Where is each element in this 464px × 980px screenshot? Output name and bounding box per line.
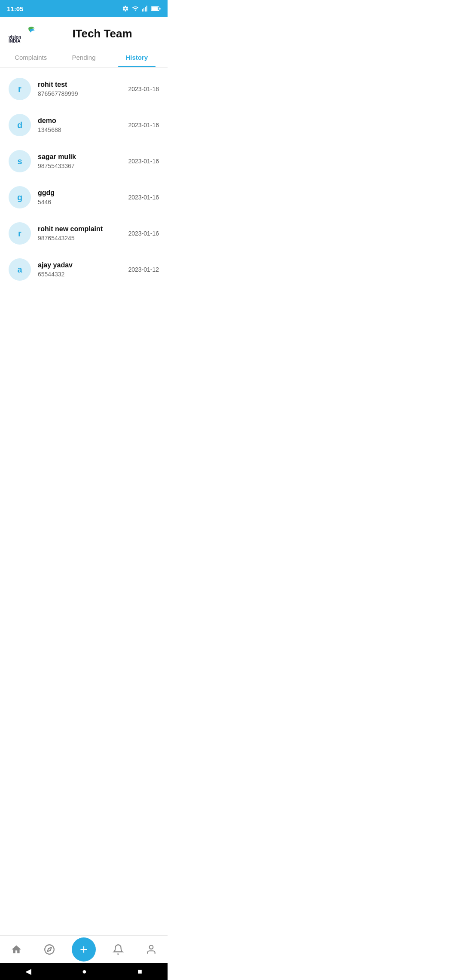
- avatar: s: [9, 150, 31, 172]
- header: vision INDIA ITech Team: [0, 17, 168, 48]
- item-info: demo 1345688: [38, 117, 121, 133]
- avatar: g: [9, 186, 31, 208]
- avatar: r: [9, 78, 31, 100]
- tab-history[interactable]: History: [110, 48, 163, 67]
- vision-india-logo: vision INDIA: [9, 24, 39, 43]
- item-name: rohit test: [38, 81, 121, 89]
- item-info: ajay yadav 65544332: [38, 261, 121, 278]
- svg-rect-2: [145, 7, 146, 12]
- item-phone: 98765443245: [38, 235, 121, 242]
- item-date: 2023-01-12: [128, 266, 159, 273]
- battery-icon: [151, 6, 161, 12]
- item-name: ggdg: [38, 189, 121, 197]
- item-date: 2023-01-16: [128, 230, 159, 237]
- wifi-icon: [131, 5, 139, 12]
- item-phone: 876567789999: [38, 90, 121, 97]
- svg-text:INDIA: INDIA: [9, 39, 21, 43]
- item-phone: 65544332: [38, 271, 121, 278]
- item-info: sagar mulik 98755433367: [38, 153, 121, 169]
- list-item[interactable]: a ajay yadav 65544332 2023-01-12: [0, 251, 168, 288]
- gear-icon: [122, 5, 129, 12]
- avatar: a: [9, 258, 31, 281]
- item-date: 2023-01-16: [128, 122, 159, 129]
- tab-pending[interactable]: Pending: [57, 48, 110, 67]
- item-info: rohit new complaint 98765443245: [38, 225, 121, 242]
- item-info: rohit test 876567789999: [38, 81, 121, 97]
- item-date: 2023-01-16: [128, 158, 159, 165]
- avatar: d: [9, 114, 31, 136]
- item-date: 2023-01-16: [128, 194, 159, 201]
- item-date: 2023-01-18: [128, 86, 159, 92]
- item-phone: 5446: [38, 199, 121, 205]
- item-name: ajay yadav: [38, 261, 121, 269]
- svg-rect-1: [143, 8, 144, 12]
- item-name: sagar mulik: [38, 153, 121, 161]
- list-item[interactable]: s sagar mulik 98755433367 2023-01-16: [0, 143, 168, 179]
- item-phone: 1345688: [38, 126, 121, 133]
- svg-rect-6: [159, 8, 160, 10]
- item-name: rohit new complaint: [38, 225, 121, 233]
- item-name: demo: [38, 117, 121, 125]
- tab-complaints[interactable]: Complaints: [4, 48, 57, 67]
- signal-icon: [142, 5, 149, 12]
- list-item[interactable]: r rohit test 876567789999 2023-01-18: [0, 71, 168, 107]
- svg-rect-3: [147, 6, 147, 11]
- tabs-container: Complaints Pending History: [0, 48, 168, 67]
- list-item[interactable]: g ggdg 5446 2023-01-16: [0, 179, 168, 215]
- svg-rect-0: [142, 9, 143, 11]
- logo: vision INDIA: [9, 24, 39, 43]
- status-time: 11:05: [7, 5, 23, 12]
- page-title: ITech Team: [46, 27, 159, 40]
- status-bar: 11:05: [0, 0, 168, 17]
- list-item[interactable]: r rohit new complaint 98765443245 2023-0…: [0, 215, 168, 251]
- svg-rect-5: [152, 7, 158, 10]
- item-info: ggdg 5446: [38, 189, 121, 205]
- list-item[interactable]: d demo 1345688 2023-01-16: [0, 107, 168, 143]
- history-list: r rohit test 876567789999 2023-01-18 d d…: [0, 67, 168, 291]
- avatar: r: [9, 222, 31, 245]
- item-phone: 98755433367: [38, 162, 121, 169]
- status-icons: [122, 5, 161, 12]
